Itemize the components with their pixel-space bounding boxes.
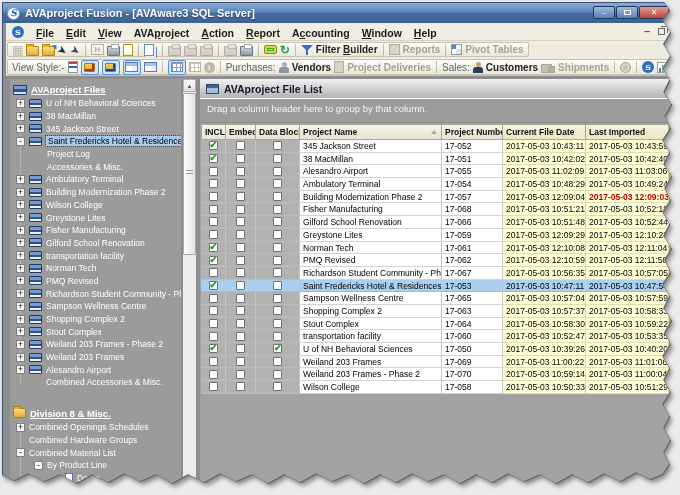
reports-button[interactable]: Reports bbox=[403, 44, 441, 55]
expand-icon[interactable]: + bbox=[16, 423, 25, 432]
menu-accounting[interactable]: Accounting bbox=[286, 26, 356, 40]
incl-checkbox[interactable] bbox=[209, 179, 218, 188]
incl-checkbox[interactable]: ✔ bbox=[209, 256, 218, 265]
tree-item[interactable]: +Ambulatory Terminal bbox=[10, 173, 181, 186]
column-view-toggle[interactable] bbox=[123, 60, 141, 75]
group-by-bar[interactable]: Drag a column header here to group by th… bbox=[200, 99, 671, 123]
embed-checkbox[interactable] bbox=[236, 268, 245, 277]
data-block-checkbox[interactable] bbox=[273, 281, 282, 290]
open-project-icon[interactable] bbox=[26, 46, 39, 56]
tree-item[interactable]: +Shopping Complex 2 bbox=[10, 313, 181, 326]
tree-item[interactable]: +U of NH Behavioral Sciences bbox=[10, 97, 181, 110]
embed-checkbox[interactable] bbox=[236, 357, 245, 366]
select-arrow-alt-icon[interactable]: ➤ bbox=[67, 41, 83, 58]
table-row[interactable]: Weiland 203 Frames17-0692017-05-03 11:00… bbox=[201, 356, 671, 369]
table-row[interactable]: Building Modernization Phase 217-0572017… bbox=[201, 191, 671, 204]
embed-checkbox[interactable] bbox=[236, 344, 245, 353]
tree-scrollbar[interactable]: ▲ bbox=[183, 79, 196, 489]
column-header-incl[interactable]: INCL bbox=[201, 124, 226, 140]
embed-checkbox[interactable] bbox=[236, 281, 245, 290]
send-disabled-icon[interactable] bbox=[168, 46, 181, 56]
menu-window[interactable]: Window bbox=[356, 26, 408, 40]
scan-disabled-icon[interactable] bbox=[200, 46, 213, 56]
table-row[interactable]: ✔✔U of NH Behavioral Sciences17-0502017-… bbox=[201, 343, 671, 356]
data-block-checkbox[interactable] bbox=[273, 230, 282, 239]
collapse-icon[interactable]: - bbox=[16, 448, 25, 457]
hardware-alt-view-toggle[interactable] bbox=[102, 60, 120, 75]
embed-checkbox[interactable] bbox=[236, 319, 245, 328]
tree-section-header[interactable]: AVAproject Files bbox=[10, 82, 181, 97]
data-block-checkbox[interactable]: ✔ bbox=[273, 344, 282, 353]
tree-item[interactable]: Combined Hardware Groups bbox=[10, 434, 181, 447]
maximize-button[interactable] bbox=[616, 6, 638, 19]
title-bar[interactable]: S AVAproject Fusion - [AVAware3 SQL Serv… bbox=[3, 3, 673, 23]
close-button[interactable]: ✕ bbox=[639, 6, 669, 19]
tree-item[interactable]: +Sampson Wellness Centre bbox=[10, 300, 181, 313]
incl-checkbox[interactable] bbox=[209, 294, 218, 303]
scrollbar-thumb[interactable] bbox=[183, 93, 196, 255]
data-block-checkbox[interactable] bbox=[273, 141, 282, 150]
filter-builder-button[interactable]: Filter Builder bbox=[316, 44, 378, 55]
table-row[interactable]: Ambulatory Terminal17-0542017-05-03 10:4… bbox=[201, 178, 671, 191]
table-row[interactable]: ✔Norman Tech17-0612017-05-03 12:10:08201… bbox=[201, 242, 671, 255]
expand-icon[interactable]: + bbox=[16, 264, 25, 273]
menu-action[interactable]: Action bbox=[195, 26, 240, 40]
tree-item[interactable]: +38 MacMillan bbox=[10, 110, 181, 123]
collapse-icon[interactable]: - bbox=[16, 137, 25, 146]
data-block-checkbox[interactable] bbox=[273, 382, 282, 391]
shipments-button[interactable]: Shipments bbox=[558, 62, 609, 73]
table-row[interactable]: Fisher Manufacturing17-0682017-05-03 10:… bbox=[201, 203, 671, 216]
incl-checkbox[interactable] bbox=[209, 205, 218, 214]
vendors-button[interactable]: Vendors bbox=[292, 62, 331, 73]
table-row[interactable]: Richardson Student Community - Phase 117… bbox=[201, 267, 671, 280]
expand-icon[interactable]: + bbox=[16, 200, 25, 209]
table-row[interactable]: Wilson College17-0582017-05-03 10:50:332… bbox=[201, 381, 671, 394]
data-block-checkbox[interactable] bbox=[273, 332, 282, 341]
header-tool-icon[interactable]: H bbox=[91, 44, 104, 55]
batch-print-disabled-icon[interactable] bbox=[224, 46, 237, 56]
expand-icon[interactable]: + bbox=[16, 124, 25, 133]
data-block-checkbox[interactable] bbox=[273, 306, 282, 315]
column-header-project-name[interactable]: Project Name bbox=[300, 124, 442, 140]
tree-item[interactable]: +Gilford School Renovation bbox=[10, 237, 181, 250]
tree-item[interactable]: Project Log bbox=[10, 148, 181, 161]
tree-item[interactable]: Doors bbox=[10, 472, 181, 485]
table-row[interactable]: ✔PMQ Revised17-0622017-05-03 12:10:59201… bbox=[201, 254, 671, 267]
globe-disabled-icon[interactable] bbox=[620, 62, 631, 73]
table-row[interactable]: Gilford School Renovation17-0662017-05-0… bbox=[201, 216, 671, 229]
expand-icon[interactable]: + bbox=[16, 188, 25, 197]
expand-icon[interactable]: + bbox=[16, 340, 25, 349]
tree-item[interactable]: +Combined Openings Schedules bbox=[10, 421, 181, 434]
embed-checkbox[interactable] bbox=[236, 332, 245, 341]
grid-view-toggle[interactable] bbox=[168, 60, 186, 75]
embed-checkbox[interactable] bbox=[236, 306, 245, 315]
tree-item[interactable]: -Combined Material List bbox=[10, 446, 181, 459]
expand-icon[interactable]: + bbox=[16, 276, 25, 285]
mdi-child-icon[interactable]: S bbox=[12, 26, 24, 38]
embed-checkbox[interactable] bbox=[236, 256, 245, 265]
data-block-checkbox[interactable] bbox=[273, 179, 282, 188]
data-grid-icon[interactable]: ▦ bbox=[12, 43, 23, 57]
table-row[interactable]: Alesandro Airport17-0552017-05-03 11:02:… bbox=[201, 165, 671, 178]
incl-checkbox[interactable] bbox=[209, 167, 218, 176]
incl-checkbox[interactable]: ✔ bbox=[209, 281, 218, 290]
expand-icon[interactable]: + bbox=[16, 238, 25, 247]
embed-checkbox[interactable] bbox=[236, 294, 245, 303]
data-block-checkbox[interactable] bbox=[273, 154, 282, 163]
tree-item[interactable]: +Richardson Student Community - Phase 1 bbox=[10, 287, 181, 300]
data-block-checkbox[interactable] bbox=[273, 256, 282, 265]
table-row[interactable]: transportation facility17-0602017-05-03 … bbox=[201, 330, 671, 343]
mdi-restore-button[interactable] bbox=[658, 28, 665, 35]
menu-report[interactable]: Report bbox=[240, 26, 286, 40]
table-row[interactable]: ✔345 Jackson Street17-0522017-05-03 10:4… bbox=[201, 140, 671, 153]
import-project-icon[interactable] bbox=[42, 46, 55, 56]
data-block-checkbox[interactable] bbox=[273, 217, 282, 226]
embed-checkbox[interactable] bbox=[236, 382, 245, 391]
table-row[interactable]: Sampson Wellness Centre17-0652017-05-03 … bbox=[201, 292, 671, 305]
tree-item[interactable]: -Saint Fredericks Hotel & Residences bbox=[10, 135, 181, 148]
info-icon[interactable]: i bbox=[204, 62, 215, 73]
incl-checkbox[interactable] bbox=[209, 306, 218, 315]
style-document-icon[interactable] bbox=[68, 61, 78, 73]
tree-item[interactable]: +Weiland 203 Frames - Phase 2 bbox=[10, 338, 181, 351]
column-header-project-number[interactable]: Project Number bbox=[442, 124, 503, 140]
